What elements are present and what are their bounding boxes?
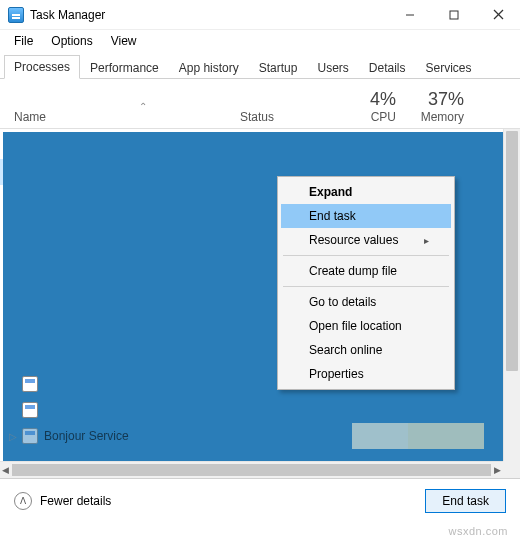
sort-chevron-icon: ⌃ <box>46 101 240 112</box>
watermark: wsxdn.com <box>448 525 508 537</box>
hscrollbar-thumb[interactable] <box>12 464 491 476</box>
submenu-arrow-icon: ▸ <box>424 235 429 246</box>
col-header-name[interactable]: Name ⌃ <box>0 110 240 124</box>
menu-view[interactable]: View <box>111 34 137 48</box>
end-task-button[interactable]: End task <box>425 489 506 513</box>
context-end-task[interactable]: End task <box>281 204 451 228</box>
scrollbar-thumb[interactable] <box>506 131 518 371</box>
fewer-details-toggle[interactable]: ᐱ Fewer details <box>14 492 111 510</box>
context-separator <box>283 286 449 287</box>
tab-startup[interactable]: Startup <box>249 56 308 79</box>
svg-rect-1 <box>450 11 458 19</box>
generic-app-icon <box>22 376 38 392</box>
context-create-dump[interactable]: Create dump file <box>281 259 451 283</box>
vertical-scrollbar[interactable] <box>503 129 520 461</box>
minimize-icon <box>405 10 415 20</box>
window-title: Task Manager <box>30 8 105 22</box>
cpu-usage-value: 4% <box>348 89 396 110</box>
expand-icon[interactable]: ▷ <box>0 431 18 442</box>
close-button[interactable] <box>476 0 520 29</box>
window-controls <box>388 0 520 29</box>
cpu-label: CPU <box>371 110 396 124</box>
col-header-status[interactable]: Status <box>240 110 348 124</box>
context-go-to-details[interactable]: Go to details <box>281 290 451 314</box>
menu-file[interactable]: File <box>14 34 33 48</box>
tab-processes[interactable]: Processes <box>4 55 80 79</box>
bottom-bar: ᐱ Fewer details End task <box>0 479 520 523</box>
titlebar: Task Manager <box>0 0 520 30</box>
generic-app-icon <box>22 428 38 444</box>
context-resource-values[interactable]: Resource values ▸ <box>281 228 451 252</box>
maximize-icon <box>449 10 459 20</box>
tab-services[interactable]: Services <box>416 56 482 79</box>
close-icon <box>493 9 504 20</box>
context-separator <box>283 255 449 256</box>
maximize-button[interactable] <box>432 0 476 29</box>
app-icon <box>8 7 24 23</box>
memory-label: Memory <box>421 110 464 124</box>
tab-details[interactable]: Details <box>359 56 416 79</box>
context-search-online[interactable]: Search online <box>281 338 451 362</box>
process-mem <box>408 423 484 449</box>
col-header-memory[interactable]: 37% Memory <box>404 89 480 124</box>
context-open-file-location[interactable]: Open file location <box>281 314 451 338</box>
tab-users[interactable]: Users <box>307 56 358 79</box>
scroll-corner <box>503 461 520 478</box>
memory-usage-value: 37% <box>404 89 464 110</box>
context-resource-values-label: Resource values <box>309 233 398 247</box>
context-properties[interactable]: Properties <box>281 362 451 386</box>
menubar: File Options View <box>0 30 520 54</box>
scroll-right-icon[interactable]: ▶ <box>494 465 501 475</box>
fewer-details-label: Fewer details <box>40 494 111 508</box>
col-name-label: Name <box>14 110 46 124</box>
column-headers: Name ⌃ Status 4% CPU 37% Memory <box>0 79 520 129</box>
tab-app-history[interactable]: App history <box>169 56 249 79</box>
horizontal-scrollbar[interactable]: ◀ ▶ <box>0 461 503 478</box>
process-cpu <box>352 423 408 449</box>
chevron-up-circle-icon: ᐱ <box>14 492 32 510</box>
tabstrip: Processes Performance App history Startu… <box>0 54 520 79</box>
generic-app-icon <box>22 402 38 418</box>
context-menu: Expand End task Resource values ▸ Create… <box>277 176 455 390</box>
menu-options[interactable]: Options <box>51 34 92 48</box>
adobe-icon <box>22 350 38 366</box>
col-header-cpu[interactable]: 4% CPU <box>348 89 404 124</box>
tab-performance[interactable]: Performance <box>80 56 169 79</box>
scroll-left-icon[interactable]: ◀ <box>2 465 9 475</box>
process-row-bonjour[interactable]: ▷ Bonjour Service <box>0 423 520 449</box>
minimize-button[interactable] <box>388 0 432 29</box>
process-name: Bonjour Service <box>44 429 244 443</box>
context-expand[interactable]: Expand <box>281 180 451 204</box>
